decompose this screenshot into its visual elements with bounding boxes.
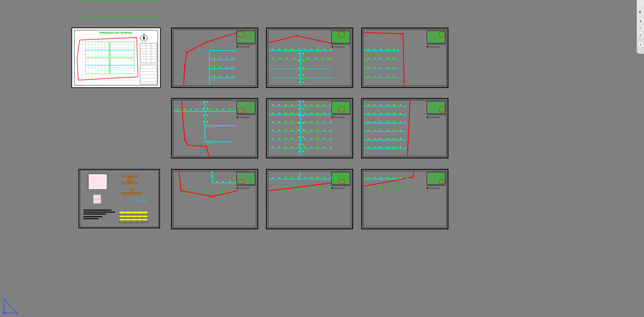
svg-text:B1 3": B1 3" — [213, 60, 218, 63]
layout-plan-4[interactable]: B14 3" B6 3" Municipalidad — [171, 98, 258, 158]
svg-rect-727 — [284, 186, 285, 191]
svg-text:B2 3": B2 3" — [213, 79, 218, 81]
svg-point-390 — [280, 122, 281, 122]
svg-rect-759 — [398, 186, 399, 191]
svg-point-302 — [203, 113, 204, 114]
svg-rect-304 — [203, 121, 204, 122]
svg-rect-576 — [366, 113, 367, 115]
svg-point-166 — [303, 73, 304, 74]
layout-plan-7[interactable]: Municipalidad — [171, 169, 258, 229]
layout-plan-1[interactable]: B1 3" B2 3" Municipalidad — [171, 28, 258, 88]
svg-rect-109 — [269, 30, 350, 86]
svg-rect-577 — [368, 113, 369, 114]
svg-point-549 — [303, 142, 304, 143]
titleblock: Municipalidad — [236, 115, 255, 119]
svg-rect-371 — [305, 113, 306, 114]
svg-rect-541 — [303, 131, 305, 132]
svg-point-235 — [376, 67, 376, 68]
svg-rect-89 — [233, 66, 234, 67]
settings-icon[interactable]: ▾ — [638, 42, 643, 47]
orbit-icon[interactable]: ⟳ — [638, 25, 643, 31]
svg-rect-466 — [316, 138, 317, 140]
svg-rect-645 — [398, 138, 399, 140]
svg-rect-334 — [290, 104, 291, 106]
svg-point-525 — [299, 142, 300, 143]
keyplan — [331, 31, 350, 43]
layout-plan-8[interactable]: Municipalidad — [266, 169, 353, 229]
svg-point-6 — [91, 44, 92, 45]
model-space[interactable]: URBANIZACIÓN GENERAL — [0, 0, 644, 317]
layout-plan-5[interactable]: B6 3" B7 3" B8 3" Municipalidad — [266, 98, 353, 158]
svg-point-381 — [326, 113, 326, 114]
svg-point-516 — [299, 121, 300, 122]
pan-icon[interactable]: ✥ — [638, 18, 643, 24]
svg-point-351 — [326, 104, 326, 105]
svg-rect-565 — [381, 105, 382, 105]
svg-rect-472 — [329, 138, 330, 140]
svg-rect-97 — [225, 75, 226, 77]
logo-icon — [331, 116, 333, 118]
layout-plan-6[interactable]: Municipalidad — [361, 98, 448, 158]
svg-point-12 — [91, 48, 92, 48]
svg-point-489 — [300, 147, 301, 147]
svg-point-707 — [293, 177, 294, 178]
svg-point-749 — [395, 177, 396, 178]
svg-rect-538 — [303, 124, 305, 125]
svg-rect-686 — [185, 189, 186, 194]
layout-details[interactable] — [78, 169, 160, 228]
svg-point-614 — [369, 130, 370, 131]
svg-point-408 — [319, 122, 320, 122]
svg-point-250 — [376, 76, 376, 77]
svg-rect-460 — [303, 138, 304, 140]
svg-rect-439 — [323, 130, 324, 132]
svg-rect-403 — [310, 121, 311, 123]
logo-icon — [236, 116, 238, 118]
svg-rect-463 — [310, 138, 311, 140]
svg-rect-200 — [366, 49, 367, 51]
svg-rect-80 — [214, 66, 215, 67]
svg-point-546 — [303, 135, 304, 136]
svg-rect-430 — [303, 130, 304, 132]
svg-point-635 — [376, 138, 376, 139]
viewcube-icon[interactable]: ◧ — [638, 9, 643, 14]
layout-plan-9[interactable]: Municipalidad — [361, 169, 448, 229]
svg-point-272 — [192, 109, 193, 110]
svg-point-435 — [313, 130, 313, 131]
svg-rect-228 — [393, 58, 395, 59]
svg-point-81 — [215, 66, 216, 67]
svg-rect-695 — [269, 171, 350, 227]
svg-point-281 — [211, 109, 212, 110]
svg-rect-723 — [329, 177, 330, 179]
svg-point-69 — [215, 57, 216, 58]
svg-point-665 — [401, 147, 402, 147]
svg-point-320 — [205, 146, 207, 147]
svg-rect-691 — [231, 189, 232, 194]
layout-plan-2[interactable]: B6 3" B7 3" B8 3" Municipalidad — [266, 28, 353, 88]
svg-point-656 — [382, 147, 383, 147]
svg-rect-732 — [330, 186, 331, 191]
svg-point-15 — [101, 48, 102, 48]
svg-rect-359 — [279, 113, 280, 114]
layout-plan-3[interactable]: B6 Municipalidad — [361, 28, 448, 88]
svg-point-456 — [293, 138, 294, 139]
svg-rect-760 — [407, 186, 408, 191]
svg-point-378 — [319, 113, 320, 114]
svg-point-299 — [203, 106, 204, 107]
steering-wheel-icon[interactable]: ◎ — [638, 32, 643, 37]
svg-point-441 — [326, 130, 326, 131]
svg-rect-255 — [387, 76, 388, 77]
svg-point-528 — [299, 149, 300, 150]
svg-rect-616 — [374, 130, 375, 131]
svg-point-75 — [228, 57, 229, 58]
layout-overview[interactable]: URBANIZACIÓN GENERAL — [71, 28, 161, 88]
svg-rect-637 — [381, 138, 382, 139]
logo-icon — [427, 187, 429, 189]
svg-rect-347 — [318, 105, 319, 105]
svg-point-202 — [369, 49, 370, 50]
svg-rect-285 — [221, 109, 222, 111]
svg-rect-526 — [299, 152, 301, 153]
home-icon[interactable]: ⌂ — [638, 2, 643, 7]
svg-point-25 — [119, 48, 120, 48]
svg-point-175 — [281, 58, 282, 59]
plan-drawing — [364, 171, 446, 227]
